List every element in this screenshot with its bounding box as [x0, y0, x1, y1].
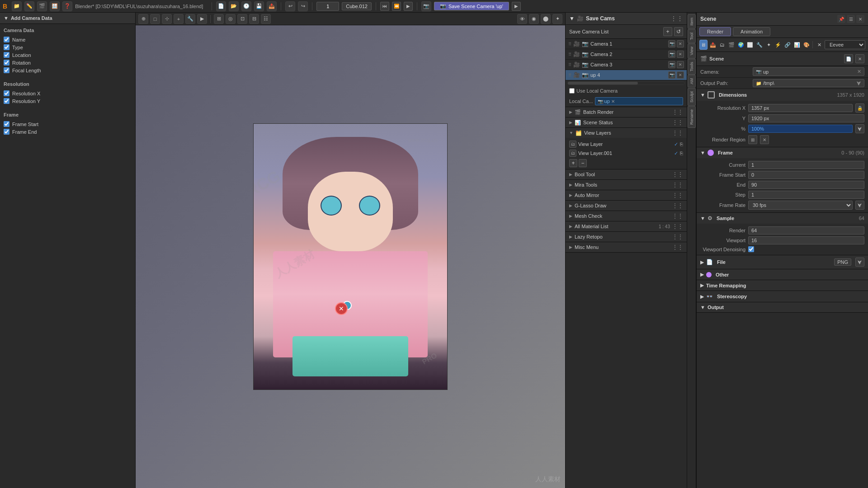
- file-expand-btn[interactable]: ⮟: [855, 258, 864, 267]
- tab-tools[interactable]: Tools: [688, 59, 696, 75]
- prop-icon-object[interactable]: ⬜: [746, 40, 755, 50]
- prop-icon-output[interactable]: 📤: [709, 40, 717, 50]
- prop-icon-physics[interactable]: ⚡: [774, 40, 783, 50]
- camera-2-delete-btn[interactable]: ✕: [677, 51, 684, 58]
- current-frame-value[interactable]: 1: [748, 161, 864, 169]
- scene-status-dots[interactable]: ⋮⋮: [672, 119, 683, 126]
- camera-1-photo-btn[interactable]: 📷: [668, 40, 675, 47]
- camera-2-photo-btn[interactable]: 📷: [668, 51, 675, 58]
- render-sample-value[interactable]: 64: [748, 226, 864, 235]
- prop-icon-view-layer[interactable]: 🗂: [718, 40, 726, 50]
- x-overlay-button[interactable]: ✕: [335, 302, 348, 315]
- file-format-value[interactable]: PNG: [834, 258, 851, 266]
- viewport-render-icon[interactable]: ✦: [552, 14, 562, 24]
- frame-rate-expand[interactable]: ⮟: [855, 201, 864, 210]
- viewport-tool-icon[interactable]: 🔧: [185, 14, 195, 24]
- tab-animation[interactable]: Animation: [733, 27, 770, 36]
- checkbox-name-input[interactable]: [4, 37, 9, 42]
- frame-header[interactable]: ▼ Frame 0 - 90 (90): [697, 147, 868, 158]
- camera-item-1[interactable]: ⠿ 🎥 📷 Camera 1 📷 ✕: [566, 39, 687, 49]
- viewport-anim-icon[interactable]: ▶: [197, 14, 207, 24]
- bool-tool-dots[interactable]: ⋮⋮: [672, 171, 683, 178]
- properties-menu-icon[interactable]: ☰: [847, 15, 855, 23]
- view-layer-1-check[interactable]: ✓: [674, 141, 678, 147]
- batch-render-header[interactable]: ▶ 🎬 Batch Render ⋮⋮: [566, 107, 687, 117]
- view-layers-dots[interactable]: ⋮⋮: [672, 130, 683, 136]
- auto-mirror-header[interactable]: ▶ Auto Mirror ⋮⋮: [566, 190, 687, 200]
- tab-sculpt[interactable]: Sculpt: [688, 88, 696, 106]
- prop-icon-scene[interactable]: 🎬: [727, 40, 736, 50]
- checkbox-focal-length[interactable]: Focal Length: [4, 66, 132, 74]
- view-layer-2-copy[interactable]: ⎘: [680, 150, 683, 156]
- viewport-sample-value[interactable]: 16: [748, 236, 864, 244]
- use-local-camera-checkbox[interactable]: [569, 88, 575, 94]
- checkbox-type-input[interactable]: [4, 44, 9, 50]
- camera-item-4[interactable]: ⠿ 🎥 📷 up 4 📷 ✕: [566, 70, 687, 80]
- viewport-snap-icon[interactable]: ⊞: [214, 14, 224, 24]
- misc-menu-dots[interactable]: ⋮⋮: [672, 244, 683, 250]
- viewport-add-icon[interactable]: +: [174, 14, 184, 24]
- undo-icon[interactable]: ↩: [285, 1, 295, 11]
- viewport-overlay-icon[interactable]: ⊟: [249, 14, 259, 24]
- new-icon[interactable]: 📄: [216, 1, 226, 11]
- bool-tool-header[interactable]: ▶ Bool Tool ⋮⋮: [566, 169, 687, 179]
- prop-icon-world[interactable]: 🌍: [737, 40, 745, 50]
- sample-header[interactable]: ▼ ⚙ Sample 64: [697, 213, 868, 224]
- add-camera-button[interactable]: +: [663, 27, 672, 36]
- refresh-camera-button[interactable]: ↺: [674, 27, 683, 36]
- properties-close-icon[interactable]: ✕: [856, 15, 864, 23]
- tab-rename[interactable]: Rename: [688, 106, 696, 128]
- prop-icon-render[interactable]: 🖥: [699, 40, 708, 50]
- batch-render-dots[interactable]: ⋮⋮: [672, 109, 683, 115]
- frame-rate-select[interactable]: 30 fps 24 fps 60 fps: [748, 201, 853, 210]
- res-x-value[interactable]: 1357 px: [748, 104, 853, 112]
- camera-3-delete-btn[interactable]: ✕: [677, 61, 684, 68]
- checkbox-res-x[interactable]: Resolution X: [4, 89, 132, 97]
- render-region-clear-btn[interactable]: ✕: [760, 135, 769, 144]
- prop-icon-material[interactable]: 🎨: [802, 40, 811, 50]
- save-scene-camera-button[interactable]: 📷 Save Scene Camera 'up': [434, 2, 509, 10]
- lazy-retopo-dots[interactable]: ⋮⋮: [672, 234, 683, 240]
- output-expand-icon[interactable]: ⮟: [856, 80, 861, 86]
- viewport-select-icon[interactable]: ⊹: [162, 14, 172, 24]
- save-cams-menu-icon[interactable]: ⋮⋮: [670, 15, 683, 22]
- other-header[interactable]: ▶ Other: [697, 269, 868, 280]
- open-icon[interactable]: 📂: [229, 1, 239, 11]
- checkbox-frame-end[interactable]: Frame End: [4, 128, 132, 136]
- lazy-retopo-header[interactable]: ▶ Lazy Retopo ⋮⋮: [566, 232, 687, 242]
- view-layers-header[interactable]: ▼ 🗂️ View Layers ⋮⋮: [566, 128, 687, 138]
- window-icon[interactable]: 🪟: [50, 1, 60, 11]
- output-header[interactable]: ▼ Output: [697, 302, 868, 312]
- file-header[interactable]: ▶ 📄 File PNG ⮟: [697, 255, 868, 269]
- tab-render[interactable]: Render: [699, 27, 731, 36]
- save-cam-arrow[interactable]: ▶: [512, 2, 521, 11]
- edit-icon[interactable]: ✏️: [24, 1, 34, 11]
- redo-icon[interactable]: ↪: [298, 1, 308, 11]
- checkbox-frame-start[interactable]: Frame Start: [4, 120, 132, 128]
- camera-item-3[interactable]: ⠿ 🎥 📷 Camera 3 📷 ✕: [566, 60, 687, 70]
- viewport-solid-icon[interactable]: ⬤: [541, 14, 551, 24]
- render-region-set-btn[interactable]: ⊞: [748, 135, 757, 144]
- checkbox-rotation[interactable]: Rotation: [4, 59, 132, 66]
- res-pct-expand-btn[interactable]: ⮟: [855, 124, 864, 133]
- viewport-x-icon[interactable]: ☷: [261, 14, 271, 24]
- help-icon[interactable]: ❓: [62, 1, 72, 11]
- properties-pin-icon[interactable]: 📌: [837, 15, 845, 23]
- checkbox-rotation-input[interactable]: [4, 60, 9, 66]
- checkbox-res-y-input[interactable]: [4, 98, 9, 104]
- tab-item[interactable]: Item: [688, 14, 696, 29]
- checkbox-type[interactable]: Type: [4, 43, 132, 51]
- frame-start-value[interactable]: 0: [748, 171, 864, 179]
- checkbox-location[interactable]: Location: [4, 51, 132, 59]
- checkbox-focal-length-input[interactable]: [4, 67, 9, 73]
- scene-status-header[interactable]: ▶ 📊 Scene Status ⋮⋮: [566, 117, 687, 127]
- camera-prop-value[interactable]: 📷 up ✕: [753, 67, 864, 76]
- camera-4-delete-btn[interactable]: ✕: [677, 71, 684, 79]
- g-lasso-header[interactable]: ▶ G-Lasso Draw ⋮⋮: [566, 201, 687, 211]
- viewport-menu-icon[interactable]: ⊕: [138, 14, 148, 24]
- prop-icon-modifier[interactable]: 🔧: [755, 40, 764, 50]
- tab-am[interactable]: AM: [688, 75, 696, 88]
- view-layer-1-copy[interactable]: ⎘: [680, 141, 683, 147]
- res-x-lock-btn[interactable]: 🔒: [855, 103, 864, 113]
- checkbox-name[interactable]: Name: [4, 36, 132, 43]
